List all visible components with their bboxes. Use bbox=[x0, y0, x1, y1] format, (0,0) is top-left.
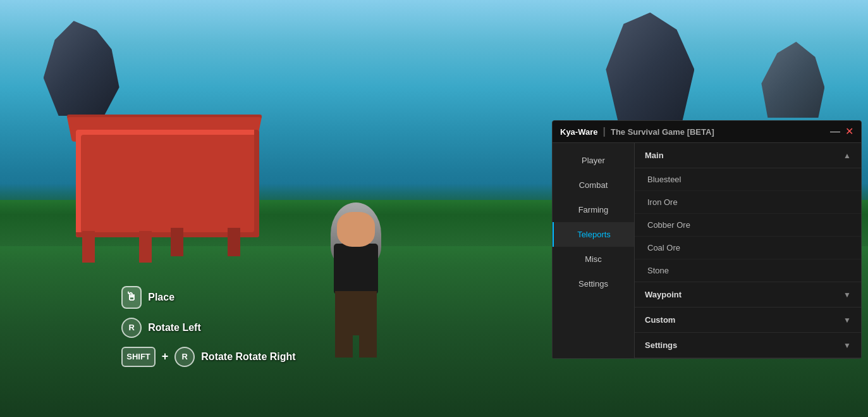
close-button[interactable]: ✕ bbox=[845, 127, 853, 137]
title-separator: | bbox=[602, 126, 605, 137]
section-header-main[interactable]: Main▲ bbox=[635, 143, 861, 168]
hud-controls: 🖱 Place R Rotate Left SHIFT + R Rotate R… bbox=[121, 286, 295, 367]
window-controls: — ✕ bbox=[830, 127, 853, 137]
gui-title-area: Kya-Ware | The Survival Game [BETA] bbox=[560, 126, 714, 137]
hud-action-place: 🖱 Place bbox=[121, 286, 295, 309]
rotate-left-label: Rotate Left bbox=[148, 322, 201, 333]
section-chevron-settings-section: ▼ bbox=[843, 341, 851, 350]
gui-body: PlayerCombatFarmingTeleportsMiscSettings… bbox=[553, 143, 861, 358]
gui-sidebar: PlayerCombatFarmingTeleportsMiscSettings bbox=[553, 143, 635, 358]
craft-table-leg-back-right bbox=[228, 228, 240, 256]
craft-table-leg-front-left bbox=[82, 231, 95, 263]
section-item-iron-ore[interactable]: Iron Ore bbox=[635, 191, 861, 214]
section-item-coal-ore[interactable]: Coal Ore bbox=[635, 237, 861, 259]
r-key-rotate-left: R bbox=[121, 318, 142, 338]
hud-action-rotate-left: R Rotate Left bbox=[121, 318, 295, 338]
sidebar-item-farming[interactable]: Farming bbox=[553, 197, 634, 222]
character-leg-right bbox=[359, 329, 377, 358]
minimize-button[interactable]: — bbox=[830, 127, 840, 137]
rotate-right-label: Rotate Rotate Right bbox=[201, 351, 295, 363]
character-body bbox=[334, 244, 378, 294]
craft-table-leg-back-left bbox=[171, 228, 183, 256]
craft-table bbox=[70, 117, 272, 263]
gui-panel: Kya-Ware | The Survival Game [BETA] — ✕ … bbox=[552, 120, 862, 359]
section-item-stone[interactable]: Stone bbox=[635, 259, 861, 282]
app-name: Kya-Ware bbox=[560, 127, 597, 137]
gui-main-content: Main▲BluesteelIron OreCobber OreCoal Ore… bbox=[635, 143, 861, 358]
r-key-rotate-right: R bbox=[174, 347, 195, 367]
character-leg-left bbox=[335, 329, 353, 358]
section-title-settings-section: Settings bbox=[645, 340, 677, 350]
gui-titlebar: Kya-Ware | The Survival Game [BETA] — ✕ bbox=[553, 121, 861, 143]
plus-separator: + bbox=[162, 350, 169, 363]
sidebar-item-misc[interactable]: Misc bbox=[553, 247, 634, 271]
section-title-waypoint: Waypoint bbox=[645, 290, 682, 299]
sidebar-item-combat[interactable]: Combat bbox=[553, 173, 634, 197]
section-title-main: Main bbox=[645, 151, 664, 160]
place-label: Place bbox=[148, 292, 174, 303]
player-character bbox=[321, 202, 397, 354]
craft-table-body bbox=[76, 130, 259, 237]
section-item-cobber-ore[interactable]: Cobber Ore bbox=[635, 214, 861, 237]
hud-action-rotate-right: SHIFT + R Rotate Rotate Right bbox=[121, 347, 295, 367]
section-items-main: BluesteelIron OreCobber OreCoal OreStone bbox=[635, 168, 861, 282]
mouse-key-icon: 🖱 bbox=[121, 286, 142, 309]
section-chevron-main: ▲ bbox=[843, 151, 851, 160]
section-header-waypoint[interactable]: Waypoint▼ bbox=[635, 282, 861, 308]
section-header-settings-section[interactable]: Settings▼ bbox=[635, 333, 861, 358]
section-chevron-custom: ▼ bbox=[843, 316, 851, 325]
sidebar-item-teleports[interactable]: Teleports bbox=[553, 222, 634, 247]
section-item-bluesteel[interactable]: Bluesteel bbox=[635, 168, 861, 191]
sidebar-item-player[interactable]: Player bbox=[553, 148, 634, 173]
section-chevron-waypoint: ▼ bbox=[843, 290, 851, 299]
section-title-custom: Custom bbox=[645, 315, 675, 325]
section-header-custom[interactable]: Custom▼ bbox=[635, 308, 861, 333]
craft-table-leg-front-right bbox=[139, 231, 152, 263]
character-head bbox=[337, 212, 375, 247]
sidebar-item-settings[interactable]: Settings bbox=[553, 271, 634, 296]
shift-key: SHIFT bbox=[121, 347, 156, 367]
game-name: The Survival Game [BETA] bbox=[611, 127, 714, 137]
